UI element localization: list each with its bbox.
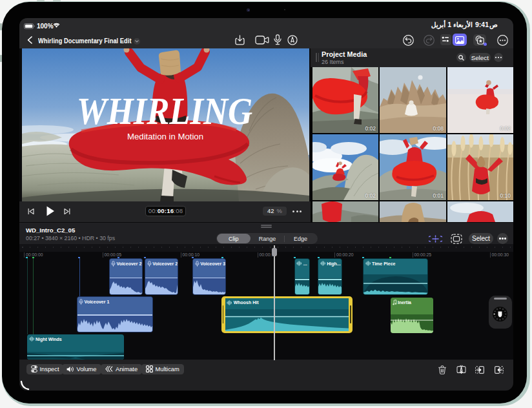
svg-text:Meditation in Motion: Meditation in Motion [127,132,203,141]
svg-text:WHIRLING: WHIRLING [77,90,252,132]
